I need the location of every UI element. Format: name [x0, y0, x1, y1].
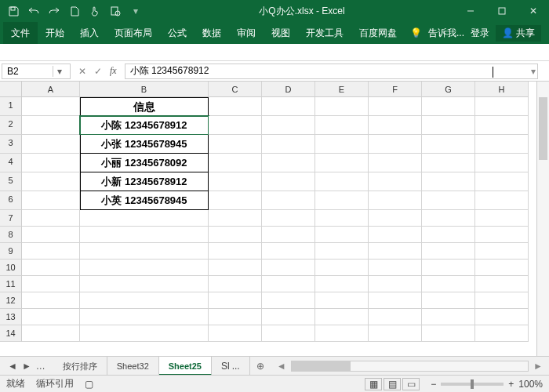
formula-input[interactable]: [130, 66, 533, 77]
cell[interactable]: [262, 276, 315, 292]
cell[interactable]: [369, 276, 422, 292]
close-button[interactable]: ✕: [518, 0, 549, 22]
cell[interactable]: [80, 276, 209, 292]
tab-insert[interactable]: 插入: [72, 22, 107, 44]
cell[interactable]: [475, 97, 529, 116]
cell[interactable]: [80, 243, 209, 260]
cell[interactable]: [369, 172, 422, 191]
col-header[interactable]: G: [422, 82, 475, 97]
cell[interactable]: [369, 154, 422, 172]
cell[interactable]: [80, 309, 209, 325]
cell-selected[interactable]: 小陈 12345678912: [80, 116, 209, 135]
cell[interactable]: [22, 210, 80, 227]
cell[interactable]: [80, 292, 209, 309]
zoom-slider[interactable]: [441, 383, 504, 386]
cell[interactable]: [22, 97, 80, 116]
cell[interactable]: [315, 191, 369, 210]
cell[interactable]: [80, 227, 209, 243]
cell[interactable]: [422, 243, 475, 260]
cell[interactable]: [369, 210, 422, 227]
cell[interactable]: [209, 154, 262, 172]
cancel-icon[interactable]: ✕: [78, 66, 86, 77]
cell[interactable]: [369, 325, 422, 342]
cell[interactable]: [422, 292, 475, 309]
view-pagelayout-icon[interactable]: ▤: [384, 378, 401, 390]
cell[interactable]: [22, 309, 80, 325]
row-header[interactable]: 10: [0, 260, 22, 276]
sheet-tab[interactable]: Sheet32: [107, 357, 159, 376]
cell[interactable]: [80, 210, 209, 227]
cell[interactable]: [422, 309, 475, 325]
name-box-input[interactable]: [2, 66, 53, 77]
col-header[interactable]: A: [22, 82, 80, 97]
formula-expand-icon[interactable]: ▾: [531, 66, 536, 77]
cell[interactable]: [475, 191, 529, 210]
cell[interactable]: [22, 191, 80, 210]
cell[interactable]: [315, 135, 369, 154]
row-header[interactable]: 9: [0, 243, 22, 260]
new-icon[interactable]: [66, 2, 83, 20]
minimize-button[interactable]: [455, 0, 486, 22]
enter-icon[interactable]: ✓: [94, 66, 102, 77]
tab-file[interactable]: 文件: [3, 22, 38, 44]
cell[interactable]: [22, 227, 80, 243]
cell[interactable]: [422, 210, 475, 227]
col-header[interactable]: B: [80, 82, 209, 97]
cell[interactable]: [315, 116, 369, 135]
cell[interactable]: [475, 116, 529, 135]
cell[interactable]: [422, 97, 475, 116]
cell[interactable]: [209, 172, 262, 191]
sheet-nav-more-icon[interactable]: …: [36, 361, 45, 372]
scroll-left-icon[interactable]: ◄: [277, 361, 286, 372]
cell[interactable]: [22, 116, 80, 135]
maximize-button[interactable]: [486, 0, 518, 22]
login-button[interactable]: 登录: [471, 27, 489, 40]
cell[interactable]: [262, 135, 315, 154]
cell[interactable]: [209, 276, 262, 292]
sheet-nav-first-icon[interactable]: ◄: [8, 361, 17, 372]
undo-icon[interactable]: [25, 2, 42, 20]
cell[interactable]: [22, 243, 80, 260]
zoom-out-button[interactable]: −: [431, 379, 436, 390]
select-all-corner[interactable]: [0, 82, 22, 97]
row-header[interactable]: 8: [0, 227, 22, 243]
cell[interactable]: [315, 154, 369, 172]
cell[interactable]: [209, 325, 262, 342]
cell[interactable]: [209, 309, 262, 325]
tab-review[interactable]: 审阅: [229, 22, 264, 44]
cell[interactable]: [262, 191, 315, 210]
cell[interactable]: [422, 260, 475, 276]
row-header[interactable]: 4: [0, 154, 22, 172]
col-header[interactable]: E: [315, 82, 369, 97]
tab-pagelayout[interactable]: 页面布局: [107, 22, 160, 44]
cell[interactable]: [22, 154, 80, 172]
cell[interactable]: [475, 135, 529, 154]
cell[interactable]: [369, 260, 422, 276]
col-header[interactable]: F: [369, 82, 422, 97]
fx-icon[interactable]: fx: [110, 65, 117, 77]
cell[interactable]: [209, 116, 262, 135]
cell[interactable]: 小丽 12345678092: [80, 154, 209, 172]
cell[interactable]: [422, 116, 475, 135]
row-header[interactable]: 5: [0, 172, 22, 191]
cell[interactable]: [369, 292, 422, 309]
cell[interactable]: [262, 116, 315, 135]
cell[interactable]: 小英 12345678945: [80, 191, 209, 210]
sheet-tab-active[interactable]: Sheet25: [159, 357, 212, 376]
row-header[interactable]: 3: [0, 135, 22, 154]
cell[interactable]: [422, 191, 475, 210]
cell[interactable]: [369, 116, 422, 135]
cell[interactable]: [262, 309, 315, 325]
cell[interactable]: [262, 172, 315, 191]
col-header[interactable]: D: [262, 82, 315, 97]
cell[interactable]: [475, 325, 529, 342]
cell[interactable]: [22, 276, 80, 292]
qat-more-icon[interactable]: ▾: [127, 2, 144, 20]
row-header[interactable]: 1: [0, 97, 22, 116]
cell[interactable]: [262, 97, 315, 116]
preview-icon[interactable]: [107, 2, 124, 20]
cell[interactable]: [22, 292, 80, 309]
cell[interactable]: [209, 243, 262, 260]
scroll-thumb[interactable]: [292, 361, 351, 371]
row-header[interactable]: 7: [0, 210, 22, 227]
